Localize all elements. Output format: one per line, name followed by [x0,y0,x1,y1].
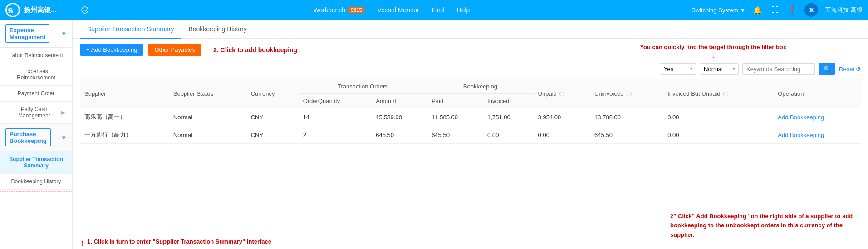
chevron-down-icon: ▼ [61,30,67,37]
cell-supplier-status: Normal [169,126,246,144]
col-supplier-status: Supplier Status [169,79,246,108]
step1-annotation-sidebar [0,191,72,199]
search-icon: 🔍 [823,65,831,73]
nav-expand-icon[interactable]: → [78,6,92,14]
cell-supplier: 高乐高（高一） [80,108,169,126]
sidebar-purchase-bookkeeping-header[interactable]: PurchaseBookkeeping ▼ [0,124,72,151]
nav-find[interactable]: Find [432,6,444,14]
cell-operation: Add Bookkeeping [773,108,861,126]
yes-no-select[interactable]: Yes No [660,63,696,75]
nav-right: Switching System ▼ 🔔 ⛶ ❓ 互 互海科技 高银 [691,3,863,17]
user-name: 互海科技 高银 [825,6,863,14]
cell-uninvoiced: 645.50 [590,126,663,144]
app-logo[interactable]: 扬 扬州高银... [5,3,78,17]
notification-icon[interactable]: 🔔 [753,5,763,15]
sidebar-item-petty-cash[interactable]: Petty Cash Management ▶ [0,102,72,124]
cell-amount: 15,539.00 [371,108,427,126]
sidebar-item-labor-reimbursement[interactable]: Labor Reimbursement [0,48,72,63]
chevron-down-icon-2: ▼ [61,134,67,141]
col-invoiced-but-unpaid: Invoiced But Unpaid ⓘ [663,79,773,108]
col-supplier: Supplier [80,79,169,108]
svg-text:→: → [83,8,88,13]
workbench-badge: 9015 [348,7,364,13]
cell-order-quantity: 14 [299,108,372,126]
sidebar-purchase-bookkeeping-title: PurchaseBookkeeping [5,128,51,146]
add-bookkeeping-button[interactable]: + Add Bookkeeping [80,44,143,56]
uninvoiced-info-icon[interactable]: ⓘ [627,91,632,97]
sidebar-expense-management-header[interactable]: ExpenseManagement ▼ [0,20,72,48]
switching-system-btn[interactable]: Switching System ▼ [691,7,745,14]
col-amount: Amount [371,94,427,108]
supplier-table: Supplier Supplier Status Currency Transa… [80,79,861,144]
content-area: Supplier Transaction Summary Bookkeeping… [73,20,868,249]
reset-icon: ↺ [856,66,861,73]
tab-bar: Supplier Transaction Summary Bookkeeping… [73,20,868,39]
avatar[interactable]: 互 [804,3,818,17]
status-filter-wrapper: Normal Abnormal [700,63,739,75]
sidebar-item-expenses-reimbursement[interactable]: Expenses Reimbursement [0,63,72,86]
app-title: 扬州高银... [24,6,57,15]
cell-supplier: 一方通行（高力） [80,126,169,144]
search-button[interactable]: 🔍 [819,63,835,75]
cell-amount: 645.50 [371,126,427,144]
col-bookkeeping-group: Bookkeeping [427,79,533,94]
cell-currency: CNY [246,126,299,144]
main-layout: ExpenseManagement ▼ Labor Reimbursement … [0,20,868,249]
nav-workbench[interactable]: Workbench 9015 [314,6,365,14]
top-navigation: 扬 扬州高银... → Workbench 9015 Vessel Monito… [0,0,868,20]
svg-text:扬: 扬 [8,8,13,13]
cell-invoiced: 1,751.00 [483,108,534,126]
col-currency: Currency [246,79,299,108]
expand-icon[interactable]: ⛶ [770,5,780,15]
nav-center: Workbench 9015 Vessel Monitor Find Help [92,6,691,14]
tab-supplier-transaction-summary[interactable]: Supplier Transaction Summary [80,20,181,39]
add-bookkeeping-row1-btn[interactable]: Add Bookkeeping [778,114,824,121]
step1-label: 1. Click in turn to enter "Supplier Tran… [87,238,271,245]
chevron-right-icon: ▶ [61,109,65,116]
cell-invoiced-but-unpaid: 0.00 [663,108,773,126]
sidebar-item-payment-order[interactable]: Payment Order [0,86,72,102]
toolbar-hint-text: 2. Click to add bookkeeping [213,46,297,54]
col-order-quantity: OrderQuantity [299,94,372,108]
filter-hint-annotation: You can quickly find the target through … [640,44,786,60]
help-icon[interactable]: ❓ [787,5,797,15]
table-row: 高乐高（高一） Normal CNY 14 15,539.00 11,585.0… [80,108,861,126]
cell-invoiced-but-unpaid: 0.00 [663,126,773,144]
sidebar-expense-management-title: ExpenseManagement [5,24,49,43]
cell-unpaid: 3,954.00 [534,108,590,126]
step2-annotation: 2".Click" Add Bookkeeping "on the right … [670,212,861,240]
other-payables-button[interactable]: Other Payables [148,44,201,56]
reset-button[interactable]: Reset ↺ [839,66,861,73]
col-paid: Paid [427,94,483,108]
cell-operation: Add Bookkeeping [773,126,861,144]
sidebar-item-supplier-transaction-summary[interactable]: Supplier Transaction Summary [0,151,72,174]
cell-invoiced: 0.00 [483,126,534,144]
col-operation: Operation [773,79,861,108]
cell-paid: 645.50 [427,126,483,144]
cell-paid: 11,585.00 [427,108,483,126]
sidebar-item-bookkeeping-history[interactable]: Bookkeeping History [0,174,72,190]
tab-bookkeeping-history[interactable]: Bookkeeping History [181,20,254,39]
col-transaction-orders-group: Transaction Orders [299,79,427,94]
col-invoiced: Invoiced [483,94,534,108]
table-row: 一方通行（高力） Normal CNY 2 645.50 645.50 0.00… [80,126,861,144]
unpaid-info-icon[interactable]: ⓘ [559,91,564,97]
keywords-search-input[interactable] [742,63,815,75]
col-unpaid: Unpaid ⓘ [534,79,590,108]
nav-vessel-monitor[interactable]: Vessel Monitor [378,6,419,14]
cell-currency: CNY [246,108,299,126]
filter-row: Yes No Normal Abnormal 🔍 Reset ↺ [73,60,868,79]
cell-uninvoiced: 13,788.00 [590,108,663,126]
sidebar: ExpenseManagement ▼ Labor Reimbursement … [0,20,73,249]
cell-order-quantity: 2 [299,126,372,144]
nav-help[interactable]: Help [457,6,470,14]
add-bookkeeping-row2-btn[interactable]: Add Bookkeeping [778,132,824,138]
cell-unpaid: 0.00 [534,126,590,144]
logo-icon: 扬 [5,3,20,17]
invoiced-but-unpaid-info-icon[interactable]: ⓘ [723,91,728,97]
col-uninvoiced: Uninvoiced ⓘ [590,79,663,108]
status-select[interactable]: Normal Abnormal [700,63,739,75]
yes-no-filter-wrapper: Yes No [660,63,696,75]
cell-supplier-status: Normal [169,108,246,126]
